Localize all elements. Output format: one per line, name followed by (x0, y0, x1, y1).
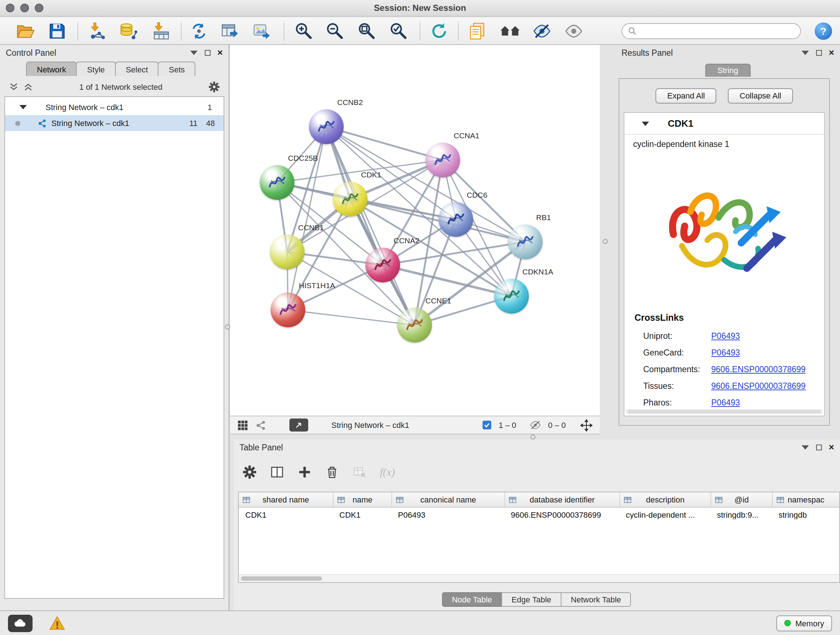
network-node-CDK1[interactable] (333, 182, 368, 217)
vertical-splitter-handle[interactable] (603, 239, 608, 244)
network-node-HIST1H1A[interactable] (271, 293, 305, 327)
clone-network-button[interactable] (188, 20, 210, 42)
network-edge-HIST1H1A-CCNE1[interactable] (288, 310, 415, 325)
crosslink-value-link[interactable]: 9606.ENSP00000378699 (711, 381, 806, 390)
open-session-button[interactable] (14, 20, 36, 42)
network-node-RB1[interactable] (508, 225, 543, 259)
import-network-file-button[interactable] (87, 20, 109, 42)
network-view-mode-icon[interactable] (256, 420, 266, 431)
network-node-CDC6[interactable] (439, 202, 473, 237)
delete-column-trash-icon[interactable] (325, 465, 339, 479)
network-node-CCNE1[interactable] (397, 308, 432, 342)
tab-node-table[interactable]: Node Table (442, 592, 502, 607)
column-header-database-identifier[interactable]: database identifier (504, 492, 619, 507)
export-image-button[interactable] (251, 20, 273, 42)
pan-crosshair-icon[interactable] (580, 419, 592, 431)
panel-close-icon[interactable]: × (829, 444, 834, 451)
table-cell[interactable]: stringdb (772, 510, 839, 519)
horizontal-splitter-handle[interactable] (531, 434, 535, 440)
tab-style[interactable]: Style (76, 62, 116, 76)
birdseye-view-button[interactable] (289, 418, 308, 432)
tree-expander-icon[interactable] (19, 105, 27, 109)
cloud-button[interactable] (8, 614, 33, 632)
table-horizontal-scrollbar[interactable] (239, 574, 839, 582)
panel-menu-icon[interactable] (191, 51, 198, 55)
gear-icon[interactable] (208, 81, 220, 93)
table-cell[interactable]: P06493 (392, 510, 504, 519)
show-all-button[interactable] (563, 20, 584, 42)
network-edge-CDK1-RB1[interactable] (350, 199, 525, 242)
new-table-button[interactable] (219, 20, 241, 42)
zoom-in-button[interactable] (293, 20, 315, 42)
add-column-icon[interactable] (297, 465, 312, 479)
column-header-canonical-name[interactable]: canonical name (392, 492, 504, 507)
column-header-namespac[interactable]: namespac (772, 492, 839, 507)
panel-close-icon[interactable]: × (218, 49, 223, 57)
vertical-splitter-handle[interactable] (225, 325, 230, 329)
network-node-CCNB2[interactable] (309, 109, 344, 144)
panel-float-icon[interactable] (816, 445, 822, 450)
table-cell[interactable]: CDK1 (239, 510, 333, 519)
column-header-shared-name[interactable]: shared name (239, 492, 333, 507)
hidden-eye-slash-icon[interactable] (529, 419, 541, 431)
network-row-selected[interactable]: String Network – cdk1 11 48 (5, 115, 224, 131)
hide-selected-button[interactable] (531, 20, 553, 42)
collapse-all-icon[interactable] (9, 82, 19, 92)
home-button[interactable] (498, 20, 523, 42)
network-node-CCNA2[interactable] (365, 248, 400, 282)
memory-button[interactable]: Memory (777, 615, 832, 631)
network-canvas[interactable]: CCNB2CCNA1CDC25BCDK1CDC6RB1CCNB1CCNA2CDK… (230, 45, 600, 416)
table-settings-gear-icon[interactable] (242, 465, 257, 479)
panel-menu-icon[interactable] (802, 51, 809, 55)
panel-float-icon[interactable] (205, 50, 211, 56)
zoom-fit-button[interactable] (356, 20, 378, 42)
search-box[interactable] (622, 23, 801, 39)
search-input[interactable] (641, 26, 794, 36)
zoom-out-button[interactable] (324, 20, 346, 42)
import-network-database-button[interactable] (118, 20, 140, 42)
tab-edge-table[interactable]: Edge Table (501, 592, 561, 607)
network-node-CDKN1A[interactable] (494, 279, 529, 314)
column-header-description[interactable]: description (619, 492, 711, 507)
collapse-all-button[interactable]: Collapse All (728, 88, 793, 103)
column-header-name[interactable]: name (333, 492, 392, 507)
panel-menu-icon[interactable] (802, 445, 809, 450)
card-scrollbar[interactable] (626, 409, 823, 414)
table-cell[interactable]: CDK1 (333, 510, 392, 519)
tab-network-table[interactable]: Network Table (561, 592, 631, 607)
panel-float-icon[interactable] (816, 50, 822, 56)
protein-card-header[interactable]: CDK1 (624, 113, 824, 135)
crosslink-value-link[interactable]: P06493 (711, 398, 740, 407)
expand-all-icon[interactable] (23, 82, 33, 92)
save-session-button[interactable] (46, 20, 68, 42)
selected-checkbox-icon[interactable] (483, 421, 491, 429)
crosslink-value-link[interactable]: P06493 (711, 348, 740, 356)
zoom-selected-button[interactable] (388, 20, 409, 42)
tab-network[interactable]: Network (26, 62, 77, 76)
tab-select[interactable]: Select (115, 62, 159, 76)
network-node-CCNB1[interactable] (270, 234, 305, 269)
panel-close-icon[interactable]: × (829, 49, 834, 57)
crosslink-value-link[interactable]: P06493 (711, 331, 740, 340)
network-node-CDC25B[interactable] (260, 165, 294, 200)
tab-string[interactable]: String (705, 64, 751, 77)
help-button[interactable]: ? (815, 22, 832, 40)
table-cell[interactable]: stringdb:9... (711, 510, 772, 519)
network-collection-row[interactable]: String Network – cdk1 1 (5, 99, 224, 115)
show-columns-icon[interactable] (270, 465, 284, 479)
column-header-@id[interactable]: @id (711, 492, 772, 507)
table-data-row[interactable]: CDK1CDK1P064939606.ENSP00000378699cyclin… (239, 508, 839, 522)
table-cell[interactable]: cyclin-dependent ... (619, 510, 711, 519)
crosslink-value-link[interactable]: 9606.ENSP00000378699 (711, 364, 806, 373)
scrollbar-thumb[interactable] (241, 576, 322, 581)
collapse-section-icon[interactable] (642, 121, 649, 126)
network-edge-CCNB2-CCNE1[interactable] (326, 127, 415, 325)
network-node-CCNA1[interactable] (425, 143, 460, 177)
table-cell[interactable]: 9606.ENSP00000378699 (504, 510, 619, 519)
copy-document-button[interactable] (467, 20, 488, 42)
tab-sets[interactable]: Sets (158, 62, 196, 76)
grid-mode-icon[interactable] (237, 420, 248, 431)
import-table-file-button[interactable] (150, 20, 172, 42)
refresh-network-button[interactable] (428, 20, 450, 42)
expand-all-button[interactable]: Expand All (656, 88, 717, 103)
